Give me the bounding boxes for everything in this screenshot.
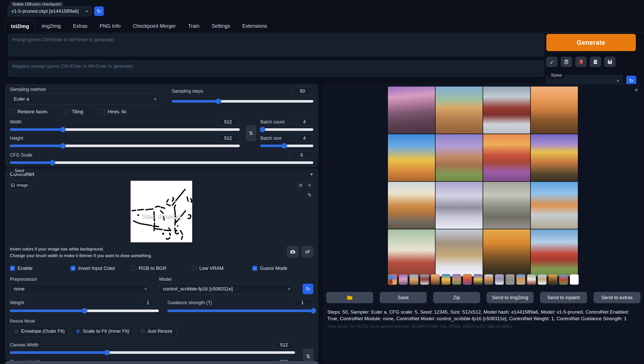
guidance-strength-slider[interactable] <box>167 308 313 314</box>
thumbnail-12[interactable] <box>506 274 515 285</box>
gallery-image-3[interactable] <box>483 87 530 134</box>
width-input[interactable] <box>216 118 240 126</box>
thumbnail-3[interactable] <box>409 274 418 285</box>
height-input[interactable] <box>216 134 240 142</box>
gallery-image-9[interactable] <box>388 182 435 229</box>
gallery-image-5[interactable] <box>388 134 435 181</box>
refresh-models-button[interactable]: ↻ <box>303 284 313 294</box>
checkbox-tiling[interactable]: Tiling <box>64 109 83 115</box>
thumbnail-17[interactable] <box>559 274 568 285</box>
send-to-img2img-button[interactable]: Send to img2img <box>487 292 534 303</box>
thumbnail-7[interactable] <box>452 274 461 285</box>
gallery-image-10[interactable] <box>436 182 483 229</box>
gallery-image-14[interactable] <box>436 229 483 276</box>
slider-handle[interactable] <box>260 127 265 132</box>
thumbnail-16[interactable] <box>548 274 557 285</box>
slider-handle[interactable] <box>82 308 87 314</box>
batch-size-input[interactable] <box>296 134 313 142</box>
canvas-width-input[interactable] <box>273 341 295 349</box>
negative-prompt-input[interactable] <box>8 60 544 77</box>
canvas-width-slider[interactable] <box>10 350 295 355</box>
clear-prompt-button[interactable] <box>561 57 572 67</box>
collapse-arrow-icon[interactable]: ▼ <box>310 172 313 176</box>
batch-size-slider[interactable] <box>260 143 313 149</box>
gallery-image-16[interactable] <box>531 229 578 276</box>
sampling-steps-input[interactable] <box>291 87 313 95</box>
open-folder-button[interactable] <box>326 292 373 303</box>
slider-handle[interactable] <box>60 143 66 149</box>
gallery-image-4[interactable] <box>531 87 578 134</box>
slider-handle[interactable] <box>50 160 55 165</box>
thumbnail-1[interactable] <box>388 274 397 285</box>
checkbox-low-vram[interactable]: Low VRAM <box>192 265 252 271</box>
tab-png-info[interactable]: PNG Info <box>93 20 127 32</box>
gallery-image-15[interactable] <box>483 229 530 276</box>
mirror-button[interactable]: ⇄ <box>302 246 313 258</box>
gallery-image-8[interactable] <box>531 134 578 181</box>
tab-img2img[interactable]: img2img <box>35 20 67 32</box>
thumbnail-10[interactable] <box>484 274 493 285</box>
sampling-steps-slider[interactable] <box>172 99 313 104</box>
slider-handle[interactable] <box>60 127 66 132</box>
close-gallery-button[interactable]: × <box>635 87 638 93</box>
save-style-button[interactable] <box>604 57 615 67</box>
batch-count-input[interactable] <box>296 118 313 126</box>
thumbnail-11[interactable] <box>495 274 504 285</box>
clear-image-button[interactable]: × <box>306 182 313 189</box>
tab-txt2img[interactable]: txt2img <box>5 20 35 33</box>
thumbnail-2[interactable] <box>399 274 408 285</box>
controlnet-scribble-canvas[interactable]: Start drawing <box>131 181 192 242</box>
weight-slider[interactable] <box>10 308 159 314</box>
tab-settings[interactable]: Settings <box>205 20 236 32</box>
preprocessor-select[interactable]: none ▾ <box>10 284 150 294</box>
paste-params-button[interactable]: ↙ <box>546 57 557 67</box>
apply-style-button[interactable] <box>590 57 601 67</box>
script-section-collapsed[interactable] <box>5 361 318 364</box>
checkbox-invert-input-color[interactable]: Invert Input Color <box>71 265 131 271</box>
thumbnail-18[interactable] <box>570 274 579 285</box>
slider-handle[interactable] <box>216 99 221 104</box>
swap-width-height-button[interactable]: ⇅ <box>246 125 256 141</box>
thumbnail-8[interactable] <box>463 274 472 285</box>
tab-checkpoint-merger[interactable]: Checkpoint Merger <box>127 20 182 32</box>
width-slider[interactable] <box>10 127 240 132</box>
thumbnail-15[interactable] <box>538 274 547 285</box>
checkbox-guess-mode[interactable]: Guess Mode <box>252 265 287 271</box>
radio-envelope-outer-fit[interactable]: Envelope (Outer Fit) <box>10 326 69 337</box>
controlnet-image-tab[interactable]: Image <box>10 181 29 189</box>
batch-count-slider[interactable] <box>260 127 313 132</box>
gallery-image-13[interactable] <box>388 229 435 276</box>
undo-button[interactable]: ↺ <box>297 182 304 189</box>
gallery-image-7[interactable] <box>483 134 530 181</box>
cfg-scale-slider[interactable] <box>10 160 313 165</box>
slider-handle[interactable] <box>311 308 316 314</box>
thumbnail-6[interactable] <box>441 274 451 285</box>
sampling-method-select[interactable]: Euler a ▾ <box>10 94 160 104</box>
gallery-image-12[interactable] <box>531 182 578 229</box>
tab-extensions[interactable]: Extensions <box>236 20 273 32</box>
model-select[interactable]: control_scribble-fp16 [c508311e] ▾ <box>159 284 294 294</box>
thumbnail-14[interactable] <box>527 274 536 285</box>
slider-handle[interactable] <box>104 350 110 355</box>
thumbnail-13[interactable] <box>516 274 525 285</box>
thumbnail-4[interactable] <box>420 274 429 285</box>
send-to-inpaint-button[interactable]: Send to inpaint <box>540 292 587 303</box>
save-button[interactable]: Save <box>380 292 427 303</box>
gallery-image-2[interactable] <box>436 87 483 134</box>
slider-handle[interactable] <box>282 143 287 149</box>
prompt-input[interactable] <box>8 34 544 56</box>
thumbnail-9[interactable] <box>473 274 483 285</box>
height-slider[interactable] <box>10 143 240 149</box>
webcam-button[interactable] <box>287 246 299 258</box>
brush-button[interactable]: ✎ <box>306 191 313 199</box>
tab-extras[interactable]: Extras <box>67 20 94 32</box>
zip-button[interactable]: Zip <box>433 292 480 303</box>
refresh-checkpoint-button[interactable]: ↻ <box>94 6 104 16</box>
generate-button[interactable]: Generate <box>546 34 636 51</box>
gallery-image-11[interactable] <box>483 182 530 229</box>
weight-input[interactable] <box>137 299 159 306</box>
tab-train[interactable]: Train <box>182 20 206 32</box>
send-to-extras-button[interactable]: Send to extras <box>594 292 640 303</box>
gallery-image-6[interactable] <box>436 134 483 181</box>
checkbox-rgb-to-bgr[interactable]: RGB to BGR <box>131 265 192 271</box>
